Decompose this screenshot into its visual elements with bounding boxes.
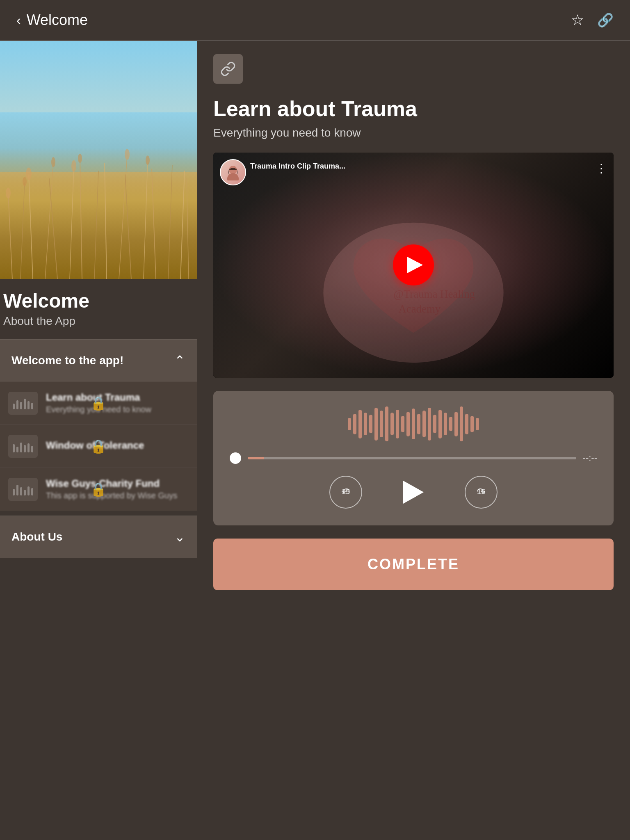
- complete-button[interactable]: COMPLETE: [213, 539, 614, 590]
- waveform-bar: [422, 411, 426, 437]
- header-right: ☆ 🔗: [571, 11, 614, 29]
- svg-line-15: [187, 178, 189, 279]
- content-title-area: Learn about Trauma Everything you need t…: [213, 97, 614, 139]
- thumb-bar: [27, 401, 30, 409]
- progress-thumb[interactable]: [230, 452, 241, 464]
- svg-point-28: [227, 173, 239, 180]
- thumb-bar: [16, 485, 18, 495]
- list-item-2[interactable]: Wise Guys Charity Fund This app is suppo…: [0, 468, 197, 511]
- waveform-bar: [401, 416, 404, 432]
- list-item-0[interactable]: Learn about Trauma Everything you need t…: [0, 381, 197, 425]
- play-triangle-icon: [403, 481, 424, 504]
- waveform-bar: [460, 406, 463, 441]
- thumb-bar: [13, 404, 15, 409]
- avatar-icon: [225, 164, 241, 180]
- list-item-desc-0: Everything you need to know: [46, 405, 189, 414]
- svg-line-14: [180, 171, 185, 279]
- svg-point-16: [6, 188, 11, 199]
- waveform-bar: [348, 418, 351, 430]
- svg-line-13: [168, 165, 172, 279]
- waveform-bar: [358, 410, 362, 438]
- waveform-bar: [369, 415, 372, 433]
- list-item-thumb-0: [8, 392, 38, 415]
- list-item-thumb-2: [8, 478, 38, 501]
- waveform-bar: [385, 406, 388, 441]
- svg-line-11: [144, 161, 148, 279]
- waveform-bar: [380, 411, 383, 437]
- hero-image: [0, 41, 197, 279]
- svg-line-5: [70, 167, 74, 279]
- svg-text:Academy: Academy: [398, 303, 441, 315]
- about-us-accordion-label: About Us: [11, 530, 62, 543]
- video-title: Trauma Intro Clip Trauma...: [250, 162, 593, 171]
- list-item-title-2: Wise Guys Charity Fund: [46, 478, 189, 489]
- waveform-bar: [396, 410, 399, 438]
- waveform-bar: [476, 418, 479, 430]
- thumb-bar: [20, 402, 22, 409]
- welcome-accordion-header[interactable]: Welcome to the app! ⌃: [0, 339, 197, 381]
- link-chain-icon[interactable]: 🔗: [597, 12, 614, 28]
- video-more-icon[interactable]: ⋮: [596, 162, 607, 175]
- waveform-bar: [449, 417, 452, 431]
- welcome-accordion-icon: ⌃: [174, 353, 185, 368]
- left-column: Welcome About the App Welcome to the app…: [0, 41, 197, 603]
- waveform: [230, 406, 597, 443]
- waveform-bar: [433, 415, 436, 433]
- welcome-accordion-label: Welcome to the app!: [11, 354, 123, 367]
- skip-forward-label: 15: [477, 488, 485, 496]
- thumb-bar: [27, 443, 30, 452]
- waveform-bar: [454, 412, 458, 436]
- thumb-bar: [20, 487, 22, 495]
- link-icon-box[interactable]: [213, 54, 243, 84]
- svg-point-20: [71, 160, 76, 172]
- svg-point-18: [26, 168, 32, 180]
- lock-icon-2: 🔒: [90, 482, 107, 497]
- svg-line-6: [80, 159, 82, 279]
- content-title: Learn about Trauma: [213, 97, 614, 121]
- waveform-bar: [390, 413, 394, 435]
- about-us-accordion-header[interactable]: About Us ⌄: [0, 516, 197, 558]
- lock-icon-0: 🔒: [90, 395, 107, 411]
- play-button[interactable]: [395, 474, 432, 511]
- progress-row[interactable]: --:--: [230, 452, 597, 464]
- svg-line-10: [125, 175, 131, 279]
- waveform-bar: [438, 410, 442, 438]
- thumb-bar: [31, 488, 33, 495]
- progress-bar[interactable]: [248, 457, 576, 459]
- waveform-bar: [417, 414, 420, 434]
- svg-text:@Trauma Healing: @Trauma Healing: [393, 288, 475, 300]
- svg-line-4: [49, 178, 57, 279]
- thumb-bar: [31, 446, 33, 452]
- thumb-bar: [24, 445, 26, 452]
- waveform-bar: [353, 414, 356, 434]
- thumb-bar: [27, 486, 30, 495]
- video-play-button[interactable]: [393, 244, 434, 285]
- section-main-title: Welcome: [3, 290, 190, 312]
- video-avatar: [220, 159, 246, 185]
- skip-back-label: 15: [342, 488, 350, 496]
- svg-point-22: [125, 149, 130, 160]
- video-container[interactable]: @Trauma Healing Academy Trauma Intro Cli…: [213, 153, 614, 378]
- svg-point-23: [146, 155, 150, 165]
- thumb-bar: [20, 443, 22, 452]
- skip-back-button[interactable]: ↶ 15: [329, 476, 362, 509]
- list-item-title-0: Learn about Trauma: [46, 392, 189, 403]
- skip-forward-button[interactable]: ↷ 15: [465, 476, 498, 509]
- thumb-bars-1: [13, 440, 33, 452]
- waveform-bar: [428, 408, 431, 441]
- thumb-bar: [13, 444, 15, 452]
- welcome-accordion-content: Learn about Trauma Everything you need t…: [0, 381, 197, 511]
- svg-line-1: [21, 182, 25, 279]
- svg-point-19: [51, 157, 55, 167]
- back-icon[interactable]: ‹: [16, 13, 21, 28]
- list-item-title-1: Window of Tolerance: [46, 440, 189, 451]
- list-item-1[interactable]: Window of Tolerance 🔒: [0, 425, 197, 468]
- favorite-icon[interactable]: ☆: [571, 11, 584, 29]
- progress-time: --:--: [583, 453, 597, 463]
- list-item-thumb-1: [8, 435, 38, 458]
- section-subtitle: About the App: [3, 315, 190, 328]
- thumb-bar: [31, 403, 33, 409]
- thumb-bars-0: [13, 397, 33, 409]
- section-title-area: Welcome About the App: [0, 279, 197, 331]
- waveform-bar: [374, 408, 378, 441]
